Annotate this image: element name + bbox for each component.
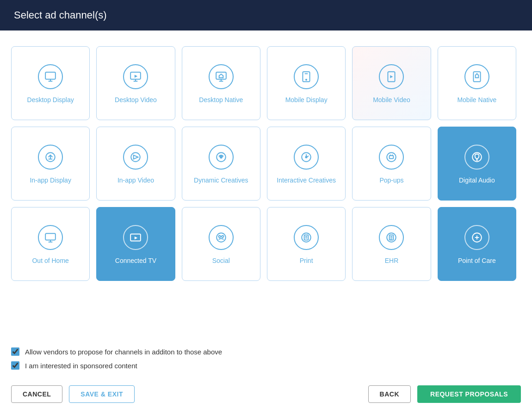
channel-card-out-of-home[interactable]: Out of Home <box>11 207 90 281</box>
cancel-button[interactable]: CANCEL <box>11 385 62 403</box>
channel-card-inapp-display[interactable]: In-app Display <box>11 127 90 201</box>
mobile-native-label: Mobile Native <box>457 96 496 104</box>
back-button[interactable]: BACK <box>368 385 411 403</box>
allow-vendors-checkbox[interactable] <box>11 347 19 356</box>
svg-point-33 <box>302 233 311 242</box>
save-exit-button[interactable]: SAVE & EXIT <box>69 385 135 403</box>
channel-card-pop-ups[interactable]: Pop-ups <box>352 127 431 201</box>
channel-card-desktop-native[interactable]: Desktop Native <box>182 46 260 120</box>
mobile-display-icon <box>294 64 319 89</box>
svg-point-12 <box>306 79 307 80</box>
checkbox-row-sponsored: I am interested in sponsored content <box>11 361 521 370</box>
channel-card-connected-tv[interactable]: Connected TV <box>96 207 175 281</box>
dynamic-creatives-label: Dynamic Creatives <box>194 176 248 185</box>
dynamic-creatives-icon <box>209 145 234 170</box>
sponsored-content-label: I am interested in sponsored content <box>25 362 137 370</box>
channel-card-interactive-creatives[interactable]: Interactive Creatives <box>267 127 346 201</box>
svg-marker-4 <box>135 74 138 78</box>
allow-vendors-label: Allow vendors to propose for channels in… <box>25 348 222 356</box>
digital-audio-icon <box>464 145 489 170</box>
page-title: Select ad channel(s) <box>14 9 107 21</box>
svg-rect-0 <box>45 72 56 79</box>
connected-tv-label: Connected TV <box>115 256 156 265</box>
ehr-icon <box>379 225 404 250</box>
connected-tv-icon <box>123 225 148 250</box>
desktop-native-icon <box>209 64 234 89</box>
channel-grid-wrapper: Desktop DisplayDesktop VideoDesktop Nati… <box>9 42 523 337</box>
out-of-home-label: Out of Home <box>32 256 68 265</box>
mobile-video-label: Mobile Video <box>373 96 410 104</box>
interactive-creatives-label: Interactive Creatives <box>277 176 336 185</box>
channel-card-mobile-display[interactable]: Mobile Display <box>267 46 346 120</box>
desktop-video-label: Desktop Video <box>115 96 157 104</box>
desktop-display-label: Desktop Display <box>27 96 74 104</box>
pop-ups-icon <box>379 145 404 170</box>
svg-point-21 <box>306 156 307 158</box>
channel-card-social[interactable]: Social <box>182 207 260 281</box>
channel-card-mobile-video[interactable]: Mobile Video <box>352 46 431 120</box>
channel-card-inapp-video[interactable]: In-app Video <box>96 127 175 201</box>
svg-rect-34 <box>304 235 309 240</box>
svg-marker-29 <box>135 236 138 239</box>
checkbox-row-vendors: Allow vendors to propose for channels in… <box>11 347 521 356</box>
pop-ups-label: Pop-ups <box>379 176 403 185</box>
svg-point-30 <box>217 233 226 242</box>
desktop-native-label: Desktop Native <box>199 96 243 104</box>
channel-card-digital-audio[interactable]: Digital Audio <box>438 127 516 201</box>
svg-marker-14 <box>390 75 393 78</box>
channel-card-desktop-video[interactable]: Desktop Video <box>96 46 175 120</box>
svg-point-37 <box>387 233 396 242</box>
point-of-care-label: Point of Care <box>458 256 496 265</box>
mobile-display-label: Mobile Display <box>285 96 328 104</box>
inapp-display-icon <box>38 145 63 170</box>
point-of-care-icon <box>464 225 489 250</box>
svg-point-22 <box>387 152 396 162</box>
svg-point-31 <box>218 235 220 237</box>
svg-rect-23 <box>390 155 394 158</box>
inapp-display-label: In-app Display <box>30 176 71 185</box>
inapp-video-label: In-app Video <box>118 176 154 185</box>
channel-card-print[interactable]: Print <box>267 207 346 281</box>
svg-rect-25 <box>45 233 56 240</box>
inapp-video-icon <box>123 145 148 170</box>
checkboxes-section: Allow vendors to propose for channels in… <box>9 347 523 375</box>
mobile-native-icon <box>464 64 489 89</box>
main-content: Desktop DisplayDesktop VideoDesktop Nati… <box>0 30 532 414</box>
channel-card-ehr[interactable]: EHR <box>352 207 431 281</box>
sponsored-content-checkbox[interactable] <box>11 361 19 370</box>
social-label: Social <box>212 256 230 265</box>
ehr-label: EHR <box>385 256 399 265</box>
footer-right: BACK REQUEST PROPOSALS <box>368 385 521 403</box>
digital-audio-label: Digital Audio <box>459 176 495 185</box>
desktop-video-icon <box>123 64 148 89</box>
channel-card-mobile-native[interactable]: Mobile Native <box>438 46 516 120</box>
print-label: Print <box>300 256 313 265</box>
request-proposals-button[interactable]: REQUEST PROPOSALS <box>417 385 521 403</box>
out-of-home-icon <box>38 225 63 250</box>
page-header: Select ad channel(s) <box>0 0 532 30</box>
channel-card-dynamic-creatives[interactable]: Dynamic Creatives <box>182 127 260 201</box>
footer-actions: CANCEL SAVE & EXIT BACK REQUEST PROPOSAL… <box>9 385 523 403</box>
mobile-video-icon <box>379 64 404 89</box>
social-icon <box>209 225 234 250</box>
channel-grid: Desktop DisplayDesktop VideoDesktop Nati… <box>9 42 518 286</box>
desktop-display-icon <box>38 64 63 89</box>
print-icon <box>294 225 319 250</box>
channel-card-point-of-care[interactable]: Point of Care <box>438 207 516 281</box>
svg-rect-7 <box>216 72 226 79</box>
interactive-creatives-icon <box>294 145 319 170</box>
channel-card-desktop-display[interactable]: Desktop Display <box>11 46 90 120</box>
svg-point-32 <box>222 235 223 237</box>
footer-left: CANCEL SAVE & EXIT <box>11 385 135 403</box>
